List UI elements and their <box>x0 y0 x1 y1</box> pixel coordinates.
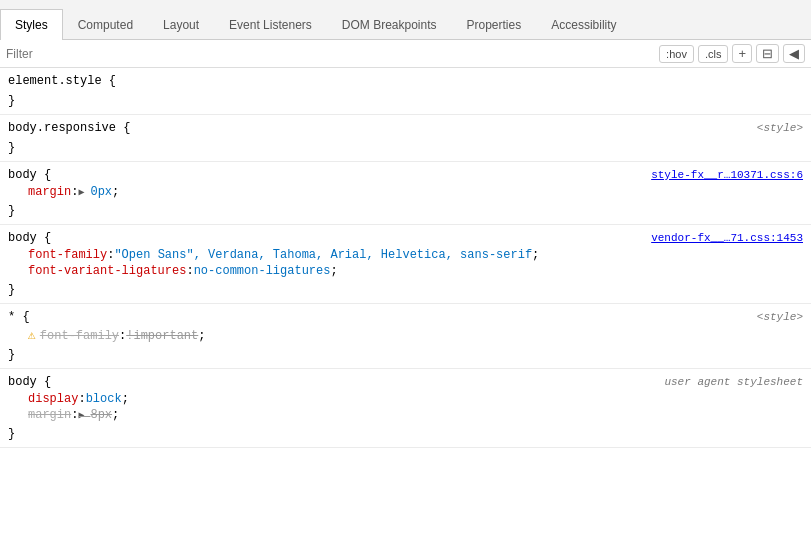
css-property-name: margin <box>28 185 71 199</box>
css-block-body-user-agent: body {user agent stylesheetdisplay: bloc… <box>0 369 811 448</box>
tab-computed[interactable]: Computed <box>63 9 148 40</box>
css-property-name: margin <box>28 408 71 422</box>
css-rule-header: * {<style> <box>0 308 811 326</box>
css-property-value: block <box>86 392 122 406</box>
css-colon: : <box>71 185 78 199</box>
css-selector: body { <box>8 231 51 245</box>
css-colon: : <box>78 392 85 406</box>
css-panel: element.style {}body.responsive {<style>… <box>0 68 811 553</box>
css-prop-line: ⚠font-family: !important; <box>8 326 803 344</box>
css-source: <style> <box>757 122 803 134</box>
css-selector: body { <box>8 168 51 182</box>
plus-button[interactable]: + <box>732 44 752 63</box>
hov-button[interactable]: :hov <box>659 45 694 63</box>
css-property-value: "Open Sans", Verdana, Tahoma, Arial, Hel… <box>114 248 532 262</box>
css-source: user agent stylesheet <box>664 376 803 388</box>
css-close-brace: } <box>0 281 811 299</box>
css-colon: : <box>119 329 126 343</box>
css-body: font-family: "Open Sans", Verdana, Tahom… <box>0 247 811 281</box>
css-prop-line: margin: ▶ 8px; <box>8 407 803 423</box>
tab-dom-breakpoints[interactable]: DOM Breakpoints <box>327 9 452 40</box>
css-property-name: display <box>28 392 78 406</box>
css-semicolon: ; <box>198 329 205 343</box>
devtools-tabs: Styles Computed Layout Event Listeners D… <box>0 0 811 40</box>
filter-input[interactable] <box>6 47 653 61</box>
cls-button[interactable]: .cls <box>698 45 729 63</box>
toggle-button[interactable]: ⊟ <box>756 44 779 63</box>
css-rule-header: body {vendor-fx__…71.css:1453 <box>0 229 811 247</box>
warning-icon: ⚠ <box>28 327 36 343</box>
css-source[interactable]: style-fx__r…10371.css:6 <box>651 169 803 181</box>
css-rule-header: body.responsive {<style> <box>0 119 811 137</box>
css-selector: * { <box>8 310 30 324</box>
css-body: display: block;margin: ▶ 8px; <box>0 391 811 425</box>
css-rule-header: body {user agent stylesheet <box>0 373 811 391</box>
css-block-body-vendor-fx: body {vendor-fx__…71.css:1453font-family… <box>0 225 811 304</box>
css-colon: : <box>186 264 193 278</box>
css-semicolon: ; <box>112 185 119 199</box>
css-body: margin: ▶ 0px; <box>0 184 811 202</box>
expand-arrow-icon[interactable]: ▶ <box>78 187 90 198</box>
tab-styles[interactable]: Styles <box>0 9 63 40</box>
css-close-brace: } <box>0 425 811 443</box>
css-block-star-style: * {<style>⚠font-family: !important;} <box>0 304 811 369</box>
css-prop-line: margin: ▶ 0px; <box>8 184 803 200</box>
filter-bar: :hov .cls + ⊟ ◀ <box>0 40 811 68</box>
css-property-name: font-family <box>28 248 107 262</box>
css-semicolon: ; <box>532 248 539 262</box>
css-selector: element.style { <box>8 74 116 88</box>
tab-accessibility[interactable]: Accessibility <box>536 9 631 40</box>
css-property-name: font-variant-ligatures <box>28 264 186 278</box>
css-property-name: font-family <box>40 329 119 343</box>
css-selector: body { <box>8 375 51 389</box>
css-rule-header: body {style-fx__r…10371.css:6 <box>0 166 811 184</box>
css-colon: : <box>71 408 78 422</box>
css-colon: : <box>107 248 114 262</box>
css-prop-line: font-variant-ligatures: no-common-ligatu… <box>8 263 803 279</box>
expand-arrow-icon[interactable]: ▶ <box>78 410 90 421</box>
tab-event-listeners[interactable]: Event Listeners <box>214 9 327 40</box>
css-close-brace: } <box>0 346 811 364</box>
css-semicolon: ; <box>330 264 337 278</box>
css-close-brace: } <box>0 139 811 157</box>
css-semicolon: ; <box>122 392 129 406</box>
css-body: ⚠font-family: !important; <box>0 326 811 346</box>
css-source[interactable]: vendor-fx__…71.css:1453 <box>651 232 803 244</box>
css-prop-line: font-family: "Open Sans", Verdana, Tahom… <box>8 247 803 263</box>
css-property-value: ▶ 8px <box>78 408 112 422</box>
tab-layout[interactable]: Layout <box>148 9 214 40</box>
filter-buttons: :hov .cls + ⊟ ◀ <box>659 44 805 63</box>
css-prop-line: display: block; <box>8 391 803 407</box>
css-block-element-style: element.style {} <box>0 68 811 115</box>
css-property-value: ▶ 0px <box>78 185 112 199</box>
css-rule-header: element.style { <box>0 72 811 90</box>
css-source: <style> <box>757 311 803 323</box>
css-block-body-responsive: body.responsive {<style>} <box>0 115 811 162</box>
css-close-brace: } <box>0 202 811 220</box>
css-property-value: no-common-ligatures <box>194 264 331 278</box>
tab-properties[interactable]: Properties <box>452 9 537 40</box>
arrow-button[interactable]: ◀ <box>783 44 805 63</box>
css-property-value: !important <box>126 329 198 343</box>
css-close-brace: } <box>0 92 811 110</box>
css-block-body-style-fx: body {style-fx__r…10371.css:6margin: ▶ 0… <box>0 162 811 225</box>
css-semicolon: ; <box>112 408 119 422</box>
css-selector: body.responsive { <box>8 121 130 135</box>
